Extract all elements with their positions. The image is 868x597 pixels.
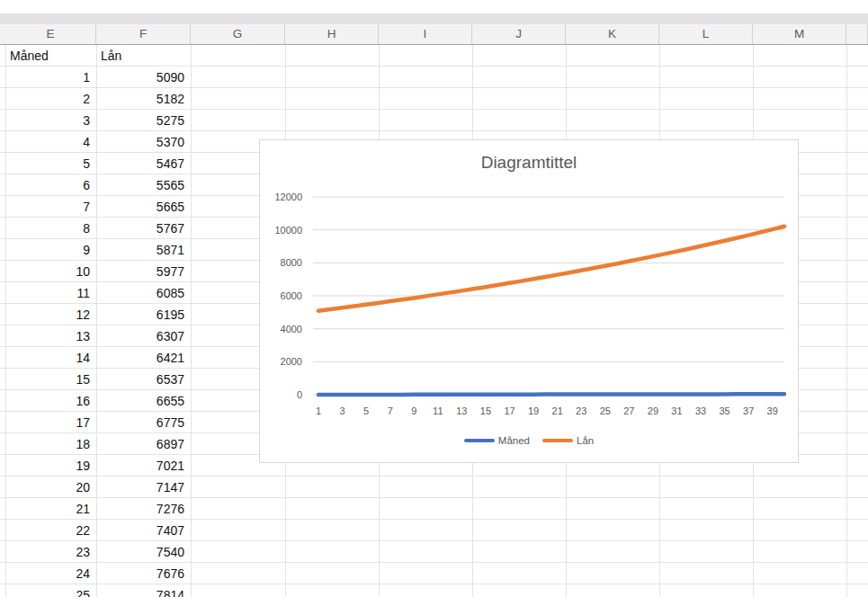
x-tick-label: 9	[411, 405, 416, 416]
cell-lan-value[interactable]: 7147	[96, 477, 190, 498]
cell-maned-value[interactable]: 22	[5, 520, 95, 541]
cell-lan-header[interactable]: Lån	[96, 45, 190, 67]
cell-maned-value[interactable]: 23	[5, 541, 95, 563]
cell-maned-value[interactable]: 20	[5, 477, 95, 498]
series-line-lån[interactable]	[318, 227, 784, 311]
cell-lan-value[interactable]: 7407	[96, 520, 190, 541]
x-tick-label: 39	[767, 405, 778, 416]
series-line-måned[interactable]	[318, 394, 784, 395]
cell-lan-value[interactable]: 5182	[96, 88, 190, 110]
cell-maned-value[interactable]: 6	[5, 174, 95, 196]
cell-maned-value[interactable]: 21	[5, 498, 95, 520]
cell-lan-value[interactable]: 6307	[96, 325, 190, 347]
cell-lan-value[interactable]: 7540	[96, 541, 190, 563]
x-tick-label: 35	[719, 405, 729, 416]
y-tick-label: 4000	[281, 324, 302, 334]
cell-lan-value[interactable]: 7276	[96, 498, 190, 520]
cell-lan-value[interactable]: 7814	[96, 584, 190, 597]
x-tick-label: 27	[623, 405, 634, 416]
legend-item-måned[interactable]: Måned	[464, 435, 530, 446]
x-tick-label: 37	[743, 405, 754, 416]
cell-lan-value[interactable]: 7021	[96, 455, 190, 477]
column-header-I[interactable]: I	[379, 24, 472, 44]
x-tick-label: 29	[648, 405, 658, 416]
legend-label: Lån	[577, 435, 594, 446]
column-gridline	[846, 45, 847, 597]
top-strip	[0, 13, 868, 24]
column-gridline	[5, 45, 6, 597]
cell-maned-value[interactable]: 19	[5, 455, 95, 477]
cell-maned-value[interactable]: 12	[5, 304, 95, 325]
x-tick-label: 33	[695, 405, 706, 416]
chart-plot-area[interactable]: 0200040006000800010000120001357911131517…	[260, 140, 800, 464]
column-header-G[interactable]: G	[191, 24, 285, 44]
chart-legend[interactable]: MånedLån	[260, 432, 798, 450]
cell-maned-value[interactable]: 4	[5, 131, 95, 153]
cell-lan-value[interactable]: 6537	[96, 369, 190, 390]
x-tick-label: 25	[600, 405, 611, 416]
cell-lan-value[interactable]: 6897	[96, 433, 190, 455]
column-header-row: EFGHIJKLM	[0, 24, 868, 45]
cell-maned-header[interactable]: Måned	[5, 45, 95, 67]
cell-maned-value[interactable]: 7	[5, 196, 95, 218]
cell-maned-value[interactable]: 2	[5, 88, 95, 110]
x-tick-label: 5	[363, 405, 369, 416]
x-tick-label: 15	[480, 405, 491, 416]
cell-lan-value[interactable]: 5871	[96, 239, 190, 261]
cell-maned-value[interactable]: 8	[5, 218, 95, 239]
cell-lan-value[interactable]: 5090	[96, 67, 190, 88]
cell-lan-value[interactable]: 7676	[96, 563, 190, 584]
cell-lan-value[interactable]: 5565	[96, 174, 190, 196]
column-header-H[interactable]: H	[285, 24, 379, 44]
cell-maned-value[interactable]: 5	[5, 153, 95, 174]
cell-maned-value[interactable]: 3	[5, 110, 95, 131]
x-tick-label: 1	[316, 405, 321, 416]
x-tick-label: 17	[504, 405, 515, 416]
cell-maned-value[interactable]: 13	[5, 325, 95, 347]
cell-lan-value[interactable]: 6085	[96, 282, 190, 304]
cell-lan-value[interactable]: 5467	[96, 153, 190, 174]
cell-lan-value[interactable]: 6655	[96, 390, 190, 412]
cell-maned-value[interactable]: 14	[5, 347, 95, 369]
cell-lan-value[interactable]: 5370	[96, 131, 190, 153]
cell-maned-value[interactable]: 16	[5, 390, 95, 412]
y-tick-label: 6000	[281, 290, 302, 301]
legend-swatch	[464, 439, 495, 443]
column-header-L[interactable]: L	[659, 24, 753, 44]
cell-maned-value[interactable]: 10	[5, 261, 95, 282]
cell-maned-value[interactable]: 18	[5, 433, 95, 455]
x-tick-label: 31	[671, 405, 682, 416]
cell-lan-value[interactable]: 5767	[96, 218, 190, 239]
legend-swatch	[542, 439, 573, 443]
cell-maned-value[interactable]: 9	[5, 239, 95, 261]
cell-maned-value[interactable]: 1	[5, 67, 95, 88]
column-header-M[interactable]: M	[753, 24, 846, 44]
column-header-K[interactable]: K	[566, 24, 659, 44]
chart[interactable]: Diagramtittel 02000400060008000100001200…	[259, 139, 799, 463]
cell-maned-value[interactable]: 24	[5, 563, 95, 584]
column-gridline	[96, 45, 97, 597]
x-tick-label: 11	[433, 405, 443, 416]
x-tick-label: 13	[456, 405, 467, 416]
column-header-F[interactable]: F	[96, 24, 191, 44]
cell-lan-value[interactable]: 5977	[96, 261, 190, 282]
legend-label: Måned	[498, 435, 530, 446]
cell-maned-value[interactable]: 25	[5, 584, 95, 597]
x-tick-label: 19	[528, 405, 539, 416]
cell-maned-value[interactable]: 17	[5, 412, 95, 433]
column-header-J[interactable]: J	[472, 24, 566, 44]
y-tick-label: 8000	[281, 257, 302, 268]
cell-lan-value[interactable]: 6195	[96, 304, 190, 325]
cell-lan-value[interactable]: 5665	[96, 196, 190, 218]
column-gridline	[191, 45, 192, 597]
cell-lan-value[interactable]: 5275	[96, 110, 190, 131]
cell-maned-value[interactable]: 11	[5, 282, 95, 304]
y-tick-label: 12000	[274, 192, 302, 202]
column-header-E[interactable]: E	[5, 24, 96, 44]
y-tick-label: 2000	[281, 356, 302, 367]
cell-maned-value[interactable]: 15	[5, 369, 95, 390]
legend-item-lån[interactable]: Lån	[542, 435, 594, 446]
cell-lan-value[interactable]: 6775	[96, 412, 190, 433]
x-tick-label: 21	[552, 405, 563, 416]
cell-lan-value[interactable]: 6421	[96, 347, 190, 369]
